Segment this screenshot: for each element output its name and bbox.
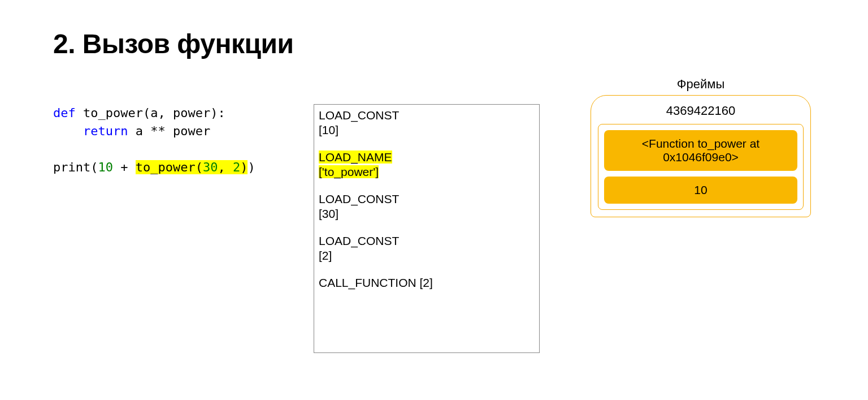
code-number: 10 [98,160,113,174]
code-indent [53,124,83,138]
code-highlight-call: to_power(30, 2) [136,160,248,174]
bytecode-op: LOAD_CONST [319,192,399,205]
bytecode-op: LOAD_NAME [319,150,392,164]
code-text: , [218,160,233,174]
code-keyword-return: return [83,124,128,138]
bytecode-arg: [2] [319,248,535,263]
bytecode-instruction: CALL_FUNCTION [2] [319,276,535,290]
code-text: to_power( [136,160,203,174]
stack-item: <Function to_power at 0x1046f09e0> [604,130,797,171]
code-keyword-def: def [53,106,76,120]
code-text: ) [240,160,248,174]
stack-item: 10 [604,177,797,204]
code-text: a ** power [128,124,210,138]
bytecode-instruction: LOAD_CONST [10] [319,108,535,137]
code-text: ) [248,160,255,174]
bytecode-op: LOAD_CONST [319,109,399,122]
slide: 2. Вызов функции def to_power(a, power):… [0,0,868,400]
code-number: 30 [203,160,218,174]
code-text: print( [53,160,98,174]
bytecode-arg: ['to_power'] [319,165,379,178]
frames-panel: 4369422160 <Function to_power at 0x1046f… [591,95,811,217]
slide-title: 2. Вызов функции [53,28,293,59]
bytecode-instruction: LOAD_CONST [2] [319,234,535,263]
frame-id: 4369422160 [598,104,804,118]
frames-label: Фреймы [591,77,811,92]
code-text: + [113,160,136,174]
bytecode-instruction-highlighted: LOAD_NAME ['to_power'] [319,150,535,179]
bytecode-op: LOAD_CONST [319,234,399,247]
bytecode-instruction: LOAD_CONST [30] [319,192,535,221]
source-code: def to_power(a, power): return a ** powe… [53,104,255,177]
code-text: to_power(a, power): [76,106,225,120]
bytecode-arg: [30] [319,207,535,221]
code-number: 2 [233,160,240,174]
bytecode-arg: [10] [319,123,535,137]
bytecode-op: CALL_FUNCTION [2] [319,276,433,289]
frame-stack: <Function to_power at 0x1046f09e0> 10 [598,124,804,210]
bytecode-panel: LOAD_CONST [10] LOAD_NAME ['to_power'] L… [314,104,540,353]
